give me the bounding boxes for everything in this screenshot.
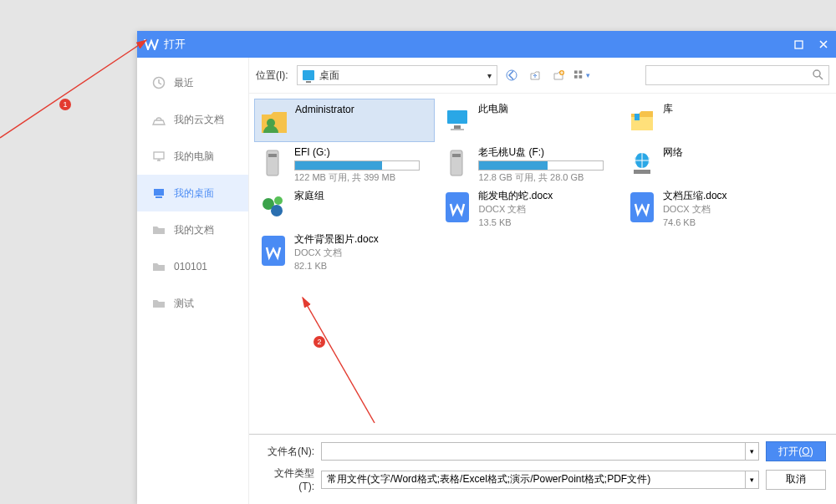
view-mode-button[interactable]: ▾ bbox=[573, 66, 591, 84]
maximize-button[interactable] bbox=[786, 31, 811, 58]
sidebar-item-test[interactable]: 测试 bbox=[137, 285, 248, 322]
file-size: 82.1 KB bbox=[294, 259, 379, 272]
library-icon bbox=[626, 102, 658, 139]
file-item-administrator[interactable]: Administrator bbox=[254, 99, 435, 142]
toolbar: 位置(I): 桌面 ▾ bbox=[249, 58, 836, 93]
sidebar: 最近 我的云文档 我的电脑 我的桌面 bbox=[137, 58, 249, 504]
svg-rect-15 bbox=[451, 129, 464, 130]
file-kind: DOCX 文档 bbox=[663, 202, 727, 216]
file-name: 家庭组 bbox=[294, 189, 324, 202]
network-icon bbox=[626, 145, 658, 182]
file-item-homegroup[interactable]: 家庭组 bbox=[254, 186, 435, 229]
cancel-button[interactable]: 取消 bbox=[766, 470, 826, 490]
filename-label: 文件名(N): bbox=[259, 445, 314, 459]
titlebar: 打开 bbox=[137, 31, 836, 58]
annotation-badge-1: 1 bbox=[59, 99, 71, 110]
file-item-network[interactable]: 网络 bbox=[623, 142, 803, 186]
location-label: 位置(I): bbox=[256, 69, 288, 83]
sidebar-item-010101[interactable]: 010101 bbox=[137, 248, 248, 285]
svg-point-5 bbox=[507, 70, 517, 80]
pc-icon bbox=[441, 102, 473, 139]
file-name: EFI (G:) bbox=[294, 145, 420, 159]
svg-rect-2 bbox=[154, 152, 164, 159]
svg-rect-16 bbox=[631, 117, 653, 130]
svg-rect-0 bbox=[795, 41, 803, 48]
cloud-icon bbox=[152, 113, 166, 126]
sidebar-item-cloud[interactable]: 我的云文档 bbox=[137, 101, 248, 138]
sidebar-item-label: 我的电脑 bbox=[174, 150, 214, 164]
drive-icon bbox=[441, 145, 473, 182]
file-name: Administrator bbox=[295, 103, 354, 116]
search-input[interactable] bbox=[651, 69, 812, 81]
drive-icon bbox=[257, 145, 289, 182]
svg-rect-7 bbox=[574, 70, 578, 74]
svg-rect-8 bbox=[579, 70, 582, 74]
svg-line-30 bbox=[0, 40, 146, 138]
sidebar-item-label: 010101 bbox=[174, 261, 207, 272]
open-dialog: 打开 最近 我的云文档 bbox=[137, 31, 836, 504]
storage-text: 12.8 GB 可用, 共 28.0 GB bbox=[478, 171, 604, 184]
chevron-down-icon: ▾ bbox=[487, 71, 492, 80]
sidebar-item-label: 最近 bbox=[174, 76, 194, 90]
sidebar-item-mydesktop[interactable]: 我的桌面 bbox=[137, 175, 248, 211]
file-size: 74.6 KB bbox=[663, 216, 727, 229]
file-item-drive-f[interactable]: 老毛桃U盘 (F:) 12.8 GB 可用, 共 28.0 GB bbox=[438, 142, 619, 186]
location-select[interactable]: 桌面 ▾ bbox=[297, 65, 497, 85]
file-item-drive-g[interactable]: EFI (G:) 122 MB 可用, 共 399 MB bbox=[254, 142, 435, 186]
svg-point-11 bbox=[813, 70, 820, 77]
file-kind: DOCX 文档 bbox=[294, 246, 379, 259]
filetype-select[interactable]: 常用文件(文字/Word格式;表格/Excel格式;演示/PowerPoint格… bbox=[321, 471, 759, 489]
homegroup-icon bbox=[257, 189, 289, 226]
sidebar-item-recent[interactable]: 最近 bbox=[137, 64, 248, 101]
svg-rect-14 bbox=[454, 125, 461, 129]
monitor-icon bbox=[303, 70, 314, 80]
clock-icon bbox=[152, 76, 166, 89]
close-button[interactable] bbox=[811, 31, 836, 58]
svg-rect-9 bbox=[574, 75, 578, 79]
svg-rect-23 bbox=[634, 170, 650, 174]
file-size: 13.5 KB bbox=[478, 216, 553, 229]
svg-rect-21 bbox=[452, 154, 461, 157]
file-item-docx-bg[interactable]: 文件背景图片.docx DOCX 文档 82.1 KB bbox=[254, 229, 435, 272]
open-button[interactable]: 打开(O) bbox=[766, 441, 826, 461]
file-name: 网络 bbox=[663, 145, 683, 159]
sidebar-item-mydocs[interactable]: 我的文档 bbox=[137, 211, 248, 248]
storage-bar bbox=[478, 160, 604, 171]
svg-rect-19 bbox=[268, 154, 277, 157]
filename-input[interactable]: ▾ bbox=[321, 442, 759, 461]
folder-icon bbox=[152, 260, 166, 273]
user-folder-icon bbox=[258, 103, 290, 140]
file-item-docx-compress[interactable]: 文档压缩.docx DOCX 文档 74.6 KB bbox=[623, 186, 803, 229]
file-item-libraries[interactable]: 库 bbox=[623, 99, 803, 142]
file-name: 文档压缩.docx bbox=[663, 189, 727, 202]
file-item-docx-snake[interactable]: 能发电的蛇.docx DOCX 文档 13.5 KB bbox=[438, 186, 619, 229]
file-item-thispc[interactable]: 此电脑 bbox=[438, 99, 619, 142]
sidebar-item-mycomputer[interactable]: 我的电脑 bbox=[137, 138, 248, 175]
svg-rect-3 bbox=[154, 189, 164, 196]
file-name: 老毛桃U盘 (F:) bbox=[478, 145, 604, 159]
location-value: 桌面 bbox=[319, 69, 339, 83]
sidebar-item-label: 我的文档 bbox=[174, 223, 214, 237]
file-name: 能发电的蛇.docx bbox=[478, 189, 553, 202]
search-box[interactable] bbox=[645, 65, 829, 85]
sidebar-item-label: 我的云文档 bbox=[174, 113, 224, 127]
dialog-title: 打开 bbox=[164, 37, 186, 52]
monitor-icon bbox=[152, 150, 166, 163]
back-button[interactable] bbox=[502, 66, 521, 84]
new-folder-button[interactable] bbox=[549, 66, 568, 84]
sidebar-item-label: 我的桌面 bbox=[174, 186, 214, 201]
svg-rect-10 bbox=[579, 75, 582, 79]
file-name: 文件背景图片.docx bbox=[294, 232, 379, 246]
docx-file-icon bbox=[257, 232, 289, 269]
folder-icon bbox=[152, 223, 166, 237]
up-button[interactable] bbox=[526, 66, 544, 84]
chevron-down-icon: ▾ bbox=[745, 443, 758, 460]
folder-icon bbox=[152, 297, 166, 310]
wps-logo-icon bbox=[144, 38, 159, 50]
search-icon bbox=[812, 69, 823, 83]
chevron-down-icon: ▾ bbox=[745, 471, 758, 488]
svg-point-26 bbox=[274, 196, 283, 205]
bottom-bar: 文件名(N): ▾ 打开(O) 文件类型(T): 常用文件(文字/Word格式;… bbox=[249, 434, 836, 504]
file-name: 库 bbox=[663, 102, 673, 115]
file-kind: DOCX 文档 bbox=[478, 202, 553, 216]
